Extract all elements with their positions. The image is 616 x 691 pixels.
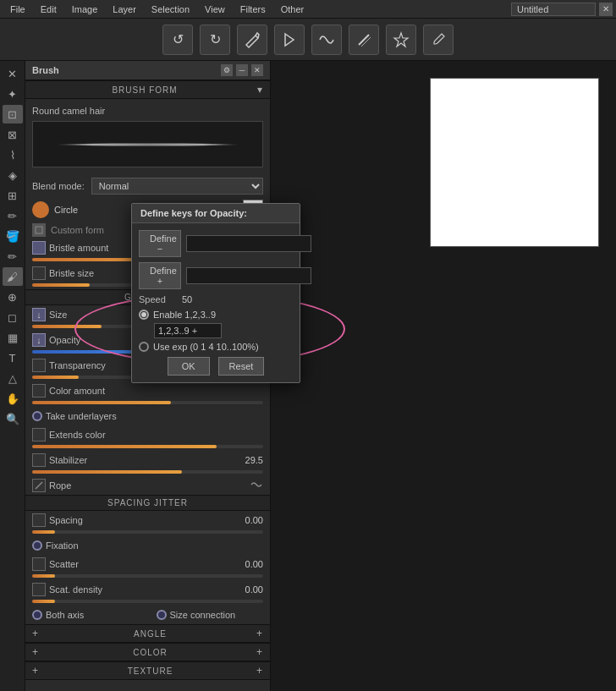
define-minus-input[interactable] [186, 235, 311, 252]
redo-button[interactable]: ↻ [200, 25, 230, 55]
tool-brush[interactable]: 🖌 [3, 267, 23, 286]
menu-file[interactable]: File [3, 3, 32, 16]
menu-filters[interactable]: Filters [234, 3, 272, 16]
opacity-enable[interactable]: ↓ [32, 333, 46, 347]
tool-pencil[interactable]: ✏ [3, 247, 23, 266]
close-button[interactable]: ✕ [599, 3, 613, 16]
tool-stamp[interactable]: ⊕ [3, 288, 23, 306]
brush-stroke [56, 143, 239, 145]
scatter-fill [32, 574, 55, 578]
dialog-body: Define − Define + Speed 50 Enable 1,2,3.… [132, 223, 300, 382]
extends-color-row: Extends color [25, 425, 270, 444]
white-canvas[interactable] [430, 78, 599, 247]
tool-magic[interactable]: ◈ [3, 166, 23, 184]
use-exp-label: Use exp (0 1 4 10..100%) [153, 342, 259, 352]
tool-text[interactable]: T [3, 348, 23, 367]
scat-density-value: 0.00 [234, 584, 263, 595]
enable-radio[interactable] [139, 310, 149, 320]
star-tool-button[interactable] [386, 25, 416, 55]
reset-button[interactable]: Reset [218, 357, 265, 376]
tool-transform[interactable]: ⊠ [3, 125, 23, 144]
menu-layer[interactable]: Layer [106, 3, 143, 16]
tool-shape[interactable]: △ [3, 369, 23, 387]
brush-form-collapse[interactable]: ▾ [257, 84, 263, 96]
fixation-label: Fixation [46, 540, 263, 551]
transparency-enable[interactable] [32, 359, 46, 372]
stabilizer-row: Stabilizer 29.5 [25, 451, 270, 469]
smudge-tool-button[interactable] [349, 25, 379, 55]
bristle-amount-enable[interactable] [32, 241, 46, 255]
sequence-row [139, 323, 293, 338]
color-amount-enable[interactable] [32, 384, 46, 398]
stabilizer-slider[interactable] [32, 470, 263, 474]
blend-mode-label: Blend mode: [32, 181, 85, 191]
fill-tool-button[interactable] [274, 25, 305, 55]
use-exp-radio[interactable] [139, 342, 149, 352]
angle-collapse[interactable]: + [256, 628, 263, 639]
define-plus-row: Define + [139, 262, 293, 289]
undo-button[interactable]: ↺ [162, 25, 193, 55]
tool-hand[interactable]: ✋ [3, 389, 23, 408]
size-connection-label: Size connection [170, 610, 264, 620]
rope-settings-icon[interactable] [250, 478, 263, 491]
speed-value: 50 [182, 294, 192, 304]
take-underlayers-row: Take underlayers [25, 407, 270, 425]
tool-lasso[interactable]: ⌇ [3, 145, 23, 164]
eyedropper-tool-button[interactable] [423, 25, 454, 55]
tool-select[interactable]: ⊡ [3, 105, 23, 123]
svg-marker-1 [394, 33, 408, 47]
spacing-slider[interactable] [32, 530, 263, 534]
gradient-tool-button[interactable] [311, 25, 342, 55]
menu-view[interactable]: View [198, 3, 232, 16]
tool-paint-bucket[interactable]: 🪣 [3, 227, 23, 245]
color-expand[interactable]: + [32, 646, 39, 658]
scatter-enable[interactable] [32, 557, 46, 571]
menu-other[interactable]: Other [274, 3, 311, 16]
define-plus-button[interactable]: Define + [139, 262, 181, 289]
extends-color-enable[interactable] [32, 428, 46, 441]
extends-color-slider[interactable] [32, 445, 263, 448]
panel-close-button[interactable]: ✕ [251, 64, 263, 76]
texture-collapse[interactable]: + [256, 665, 263, 677]
scatter-slider[interactable] [32, 574, 263, 578]
icon-bar: ✕ ✦ ⊡ ⊠ ⌇ ◈ ⊞ ✏ 🪣 ✏ 🖌 ⊕ ◻ ▦ T △ ✋ 🔍 [0, 61, 25, 691]
define-keys-dialog[interactable]: Define keys for Opacity: Define − Define… [131, 203, 300, 383]
tool-eraser[interactable]: ◻ [3, 308, 23, 326]
define-plus-input[interactable] [186, 267, 311, 284]
take-underlayers-enable[interactable] [32, 411, 42, 421]
menu-selection[interactable]: Selection [145, 3, 196, 16]
panel-minimize-button[interactable]: ─ [236, 64, 248, 76]
menu-edit[interactable]: Edit [34, 3, 63, 16]
color-amount-slider[interactable] [32, 401, 263, 404]
blend-mode-select[interactable]: Normal Multiply Screen Overlay [91, 178, 263, 195]
eraser-enable[interactable] [32, 479, 46, 492]
scat-density-enable[interactable] [32, 583, 46, 596]
scat-density-slider[interactable] [32, 600, 263, 603]
stabilizer-enable[interactable] [32, 453, 46, 467]
texture-expand[interactable]: + [32, 665, 39, 677]
both-axis-enable[interactable] [32, 610, 42, 620]
document-title[interactable] [511, 3, 596, 16]
define-minus-button[interactable]: Define − [139, 230, 181, 257]
size-enable[interactable]: ↓ [32, 308, 46, 321]
tool-crop[interactable]: ⊞ [3, 186, 23, 205]
dialog-title: Define keys for Opacity: [132, 204, 300, 223]
brush-tool-button[interactable] [237, 25, 267, 55]
tool-move[interactable]: ✦ [3, 85, 23, 103]
panel-settings-button[interactable]: ⚙ [221, 64, 233, 76]
tool-close[interactable]: ✕ [3, 64, 23, 83]
color-collapse[interactable]: + [256, 646, 263, 658]
take-underlayers-label: Take underlayers [46, 411, 263, 421]
bristle-size-enable[interactable] [32, 266, 46, 280]
tool-measure[interactable]: ✏ [3, 206, 23, 225]
spacing-enable[interactable] [32, 513, 46, 527]
angle-expand[interactable]: + [32, 628, 39, 639]
menu-image[interactable]: Image [65, 3, 105, 16]
fixation-enable[interactable] [32, 540, 42, 551]
tool-zoom[interactable]: 🔍 [3, 409, 23, 428]
tool-gradient[interactable]: ▦ [3, 328, 23, 347]
sequence-input[interactable] [154, 323, 222, 338]
fixation-row: Fixation [25, 536, 270, 555]
ok-button[interactable]: OK [168, 357, 210, 376]
size-connection-enable[interactable] [157, 610, 167, 620]
